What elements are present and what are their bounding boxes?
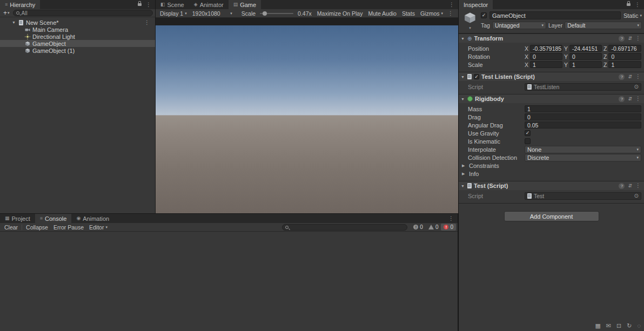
lock-icon[interactable] (627, 3, 630, 6)
help-icon[interactable]: ? (619, 36, 625, 42)
console-search-input[interactable] (282, 224, 407, 231)
collision-detection-dropdown[interactable]: Discrete ▾ (525, 154, 641, 161)
warning-filter-toggle[interactable]: 0 (426, 224, 441, 231)
tab-hierarchy[interactable]: ≡ Hierarchy (0, 0, 40, 9)
editor-dropdown[interactable]: Editor ▾ (86, 223, 110, 231)
hierarchy-menu-icon[interactable]: ⋮ (146, 2, 151, 8)
game-render[interactable] (156, 25, 458, 213)
interpolate-dropdown[interactable]: None ▾ (525, 146, 641, 153)
scene-row[interactable]: ▼ New Scene* ⋮ (0, 19, 155, 26)
stats-button[interactable]: Stats (399, 10, 418, 17)
help-icon[interactable]: ? (619, 74, 625, 80)
tab-console[interactable]: ≡ Console (35, 214, 72, 223)
collapse-toggle[interactable]: Collapse (23, 223, 51, 231)
rotation-y-field[interactable]: 0 (569, 53, 602, 60)
tab-animator[interactable]: ◈ Animator (189, 0, 229, 9)
mute-audio-button[interactable]: Mute Audio (365, 10, 399, 17)
error-filter-toggle[interactable]: ! 0 (441, 224, 456, 231)
resolution-dropdown[interactable]: 1920x1080 ▾ (190, 9, 235, 17)
test-script-header[interactable]: ▼ Test (Script) ? ⇵ ⋮ (459, 181, 644, 190)
refresh-icon[interactable]: ↻ (627, 322, 632, 329)
active-checkbox[interactable]: ✓ (481, 12, 487, 18)
preset-icon[interactable]: ⇵ (628, 36, 632, 41)
component-menu-icon[interactable]: ⋮ (635, 74, 641, 79)
toolbar-divider (22, 225, 22, 230)
info-filter-toggle[interactable]: ! 0 (411, 224, 426, 231)
tab-animation[interactable]: ◉ Animation (71, 214, 114, 223)
game-viewport[interactable] (156, 18, 458, 213)
rigidbody-header[interactable]: ▼ Rigidbody ? ⇵ ⋮ (459, 94, 644, 103)
lock-icon[interactable] (138, 3, 142, 6)
component-menu-icon[interactable]: ⋮ (635, 96, 641, 102)
console-log-area[interactable] (0, 232, 458, 331)
foldout-open-icon[interactable]: ▼ (461, 37, 465, 40)
drag-field[interactable]: 0 (525, 113, 641, 120)
gameobject-cube-icon[interactable] (464, 11, 477, 25)
rotation-x-field[interactable]: 0 (530, 53, 562, 60)
scale-slider-knob[interactable] (263, 11, 267, 16)
transform-header[interactable]: ▼ ⊕ Transform ? ⇵ ⋮ (459, 33, 644, 43)
scale-x-field[interactable]: 1 (530, 61, 562, 68)
hierarchy-item-main-camera[interactable]: Main Camera (0, 26, 155, 33)
console-menu-icon[interactable]: ⋮ (448, 216, 454, 221)
game-menu-icon[interactable]: ⋮ (449, 2, 454, 8)
mass-field[interactable]: 1 (525, 105, 641, 112)
static-dropdown[interactable]: Static ▾ (623, 12, 642, 19)
test-listen-header[interactable]: ▼ ✓ Test Listen (Script) ? ⇵ ⋮ (459, 72, 644, 81)
hierarchy-item-gameobject[interactable]: GameObject (0, 40, 155, 47)
rotation-z-field[interactable]: 0 (608, 53, 641, 60)
game-toolbar-menu[interactable]: ⋮ (446, 11, 455, 16)
component-menu-icon[interactable]: ⋮ (635, 36, 641, 41)
scale-y-field[interactable]: 1 (569, 61, 602, 68)
maximize-on-play-button[interactable]: Maximize On Play (314, 10, 366, 17)
component-enabled-checkbox[interactable]: ✓ (474, 74, 479, 79)
position-y-field[interactable]: -24.44151 (569, 45, 602, 52)
gizmos-dropdown[interactable]: Gizmos ▾ (418, 10, 446, 17)
add-component-button[interactable]: Add Component (504, 211, 599, 221)
error-pause-toggle[interactable]: Error Pause (51, 223, 86, 231)
help-icon[interactable]: ? (619, 96, 625, 102)
name-field[interactable]: GameObject (489, 11, 621, 19)
component-menu-icon[interactable]: ⋮ (635, 183, 641, 188)
create-button[interactable]: + ▾ (2, 9, 11, 17)
foldout-open-icon[interactable]: ▼ (461, 97, 465, 101)
foldout-open-icon[interactable]: ▼ (461, 75, 465, 79)
tab-scene[interactable]: ◧ Scene (156, 0, 189, 9)
preset-icon[interactable]: ⇵ (628, 96, 632, 102)
is-kinematic-checkbox[interactable] (525, 138, 531, 144)
info-foldout[interactable]: ▶ Info (459, 170, 642, 178)
hierarchy-item-gameobject-1[interactable]: GameObject (1) (0, 47, 155, 54)
scale-z-field[interactable]: 1 (608, 61, 641, 68)
position-z-field[interactable]: -0.697176 (608, 45, 641, 52)
hierarchy-search-input[interactable]: All (13, 10, 153, 16)
layer-dropdown[interactable]: Default ▾ (565, 22, 642, 29)
preset-icon[interactable]: ⇵ (628, 74, 632, 79)
tab-project[interactable]: ▦ Project (0, 214, 35, 223)
object-picker-icon[interactable]: ⊙ (634, 84, 639, 90)
clear-button[interactable]: Clear (2, 223, 21, 231)
script-object-field[interactable]: TestListen ⊙ (525, 83, 641, 91)
script-object-field[interactable]: Test ⊙ (525, 192, 641, 200)
mail-icon[interactable]: ✉ (606, 322, 611, 329)
tab-game[interactable]: ▤ Game (229, 0, 261, 9)
hierarchy-item-directional-light[interactable]: Directional Light (0, 33, 155, 40)
progress-icon[interactable]: ◌ (637, 322, 641, 329)
grid-status-icon[interactable]: ▦ (595, 322, 600, 329)
icon-picker-chevron-icon[interactable]: ▾ (469, 26, 471, 30)
preset-icon[interactable]: ⇵ (628, 183, 632, 188)
foldout-open-icon[interactable]: ▼ (461, 184, 465, 188)
foldout-open-icon[interactable]: ▼ (12, 21, 16, 24)
scale-slider[interactable] (260, 13, 293, 14)
use-gravity-checkbox[interactable]: ✓ (525, 130, 531, 136)
tag-dropdown[interactable]: Untagged ▾ (492, 22, 546, 29)
angular-drag-field[interactable]: 0.05 (525, 121, 641, 129)
position-x-field[interactable]: -0.3579185 (530, 45, 562, 52)
scene-menu-icon[interactable]: ⋮ (144, 20, 155, 25)
inspector-menu-icon[interactable]: ⋮ (635, 2, 640, 8)
object-picker-icon[interactable]: ⊙ (634, 193, 639, 199)
help-icon[interactable]: ? (619, 183, 625, 189)
display-dropdown[interactable]: Display 1 ▾ (157, 9, 190, 17)
package-status-icon[interactable]: ⊡ (616, 322, 621, 329)
constraints-foldout[interactable]: ▶ Constraints (459, 161, 642, 170)
tab-inspector[interactable]: Inspector (459, 0, 493, 9)
